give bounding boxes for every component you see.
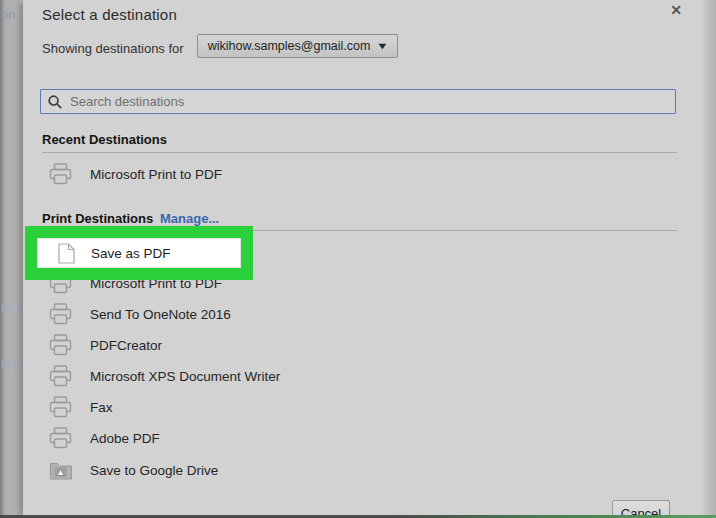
search-input[interactable] [70, 94, 669, 109]
destination-row-pdfcreator[interactable]: PDFCreator [49, 333, 162, 357]
destination-label: Adobe PDF [90, 431, 160, 446]
destination-label: Microsoft Print to PDF [90, 167, 222, 182]
destination-label: Send To OneNote 2016 [90, 307, 231, 322]
green-highlight-annotation: Save as PDF [25, 226, 253, 280]
select-destination-dialog: Select a destination ✕ Showing destinati… [23, 0, 716, 518]
printer-icon [49, 427, 73, 449]
dialog-title: Select a destination [42, 6, 177, 23]
search-icon [47, 94, 63, 110]
printer-icon [49, 163, 73, 185]
account-dropdown-value: wikihow.samples@gmail.com [208, 39, 371, 53]
chevron-down-icon: ▼ [376, 41, 389, 51]
document-icon [58, 243, 75, 264]
destination-label: Microsoft XPS Document Writer [90, 369, 280, 384]
printer-icon [49, 334, 73, 356]
background-text-fragment: on [1, 7, 15, 22]
close-icon[interactable]: ✕ [665, 0, 687, 22]
printer-icon [49, 303, 73, 325]
printer-icon [49, 365, 73, 387]
destination-row-onenote[interactable]: Send To OneNote 2016 [49, 302, 231, 326]
destination-label: PDFCreator [90, 338, 162, 353]
destination-label: Save as PDF [91, 246, 171, 261]
destination-row-adobe-pdf[interactable]: Adobe PDF [49, 426, 160, 450]
destination-row-save-as-pdf[interactable]: Save as PDF [37, 238, 241, 268]
destination-label: Fax [90, 400, 113, 415]
destination-row-fax[interactable]: Fax [49, 395, 113, 419]
destination-row-recent-ms-print-to-pdf[interactable]: Microsoft Print to PDF [49, 162, 222, 186]
background-page-strip: on re s ng sy [0, 0, 23, 518]
printer-icon [49, 396, 73, 418]
recent-destinations-heading: Recent Destinations [42, 132, 167, 147]
search-destinations-box [40, 89, 676, 114]
destination-label: Save to Google Drive [90, 463, 218, 478]
manage-destinations-link[interactable]: Manage... [160, 211, 219, 226]
showing-destinations-label: Showing destinations for [42, 41, 184, 56]
destination-row-google-drive[interactable]: Save to Google Drive [49, 458, 218, 482]
background-text-fragment: re s [1, 300, 23, 315]
google-drive-folder-icon [49, 459, 73, 481]
print-destinations-heading: Print Destinations [42, 211, 153, 226]
destination-row-xps-writer[interactable]: Microsoft XPS Document Writer [49, 364, 280, 388]
section-divider [42, 152, 677, 153]
background-text-fragment: ng sy [1, 356, 23, 371]
account-dropdown[interactable]: wikihow.samples@gmail.com ▼ [197, 34, 398, 58]
